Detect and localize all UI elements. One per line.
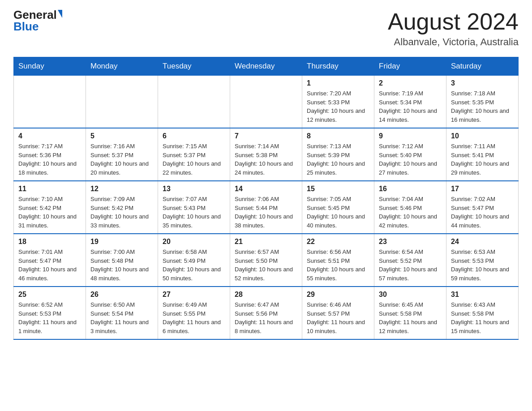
day-number: 3 [451,79,514,87]
calendar-cell: 3Sunrise: 7:18 AMSunset: 5:35 PMDaylight… [446,76,519,128]
calendar-cell: 30Sunrise: 6:45 AMSunset: 5:58 PMDayligh… [374,287,446,339]
day-info: Sunrise: 7:17 AMSunset: 5:36 PMDaylight:… [18,142,81,177]
calendar-cell: 8Sunrise: 7:13 AMSunset: 5:39 PMDaylight… [302,128,374,181]
day-info: Sunrise: 7:02 AMSunset: 5:47 PMDaylight:… [451,195,514,230]
weekday-header-tuesday: Tuesday [158,57,230,76]
calendar-cell: 18Sunrise: 7:01 AMSunset: 5:47 PMDayligh… [14,234,86,287]
calendar-cell: 12Sunrise: 7:09 AMSunset: 5:42 PMDayligh… [86,181,158,234]
page-title: August 2024 [388,9,519,34]
day-info: Sunrise: 6:54 AMSunset: 5:52 PMDaylight:… [379,248,442,283]
logo: General Blue [13,9,62,32]
calendar-cell [230,76,302,128]
day-number: 17 [451,185,514,193]
weekday-header-thursday: Thursday [302,57,374,76]
calendar-header: SundayMondayTuesdayWednesdayThursdayFrid… [14,57,519,76]
page-subtitle: Albanvale, Victoria, Australia [388,36,519,48]
day-info: Sunrise: 7:09 AMSunset: 5:42 PMDaylight:… [90,195,153,230]
day-number: 27 [163,291,225,299]
day-info: Sunrise: 7:12 AMSunset: 5:40 PMDaylight:… [379,142,442,177]
calendar-cell: 9Sunrise: 7:12 AMSunset: 5:40 PMDaylight… [374,128,446,181]
title-block: August 2024 Albanvale, Victoria, Austral… [388,9,519,48]
day-info: Sunrise: 6:57 AMSunset: 5:50 PMDaylight:… [235,248,297,283]
calendar-cell: 29Sunrise: 6:46 AMSunset: 5:57 PMDayligh… [302,287,374,339]
day-number: 9 [379,132,442,140]
calendar-cell: 22Sunrise: 6:56 AMSunset: 5:51 PMDayligh… [302,234,374,287]
day-number: 8 [307,132,369,140]
day-number: 10 [451,132,514,140]
calendar-cell: 26Sunrise: 6:50 AMSunset: 5:54 PMDayligh… [86,287,158,339]
day-number: 11 [18,185,81,193]
calendar-cell: 21Sunrise: 6:57 AMSunset: 5:50 PMDayligh… [230,234,302,287]
day-number: 19 [90,238,153,246]
day-number: 24 [451,238,514,246]
day-number: 1 [307,79,369,87]
day-number: 15 [307,185,369,193]
day-number: 18 [18,238,81,246]
day-info: Sunrise: 7:20 AMSunset: 5:33 PMDaylight:… [307,89,369,124]
calendar-cell: 31Sunrise: 6:43 AMSunset: 5:58 PMDayligh… [446,287,519,339]
day-info: Sunrise: 6:47 AMSunset: 5:56 PMDaylight:… [235,300,297,335]
weekday-header-friday: Friday [374,57,446,76]
day-info: Sunrise: 7:13 AMSunset: 5:39 PMDaylight:… [307,142,369,177]
calendar-cell: 5Sunrise: 7:16 AMSunset: 5:37 PMDaylight… [86,128,158,181]
day-info: Sunrise: 7:14 AMSunset: 5:38 PMDaylight:… [235,142,297,177]
day-info: Sunrise: 7:04 AMSunset: 5:46 PMDaylight:… [379,195,442,230]
day-info: Sunrise: 6:49 AMSunset: 5:55 PMDaylight:… [163,300,225,335]
calendar-cell: 16Sunrise: 7:04 AMSunset: 5:46 PMDayligh… [374,181,446,234]
day-number: 21 [235,238,297,246]
day-number: 4 [18,132,81,140]
calendar-cell: 11Sunrise: 7:10 AMSunset: 5:42 PMDayligh… [14,181,86,234]
day-info: Sunrise: 6:43 AMSunset: 5:58 PMDaylight:… [451,300,514,335]
day-info: Sunrise: 6:46 AMSunset: 5:57 PMDaylight:… [307,300,369,335]
calendar-cell: 17Sunrise: 7:02 AMSunset: 5:47 PMDayligh… [446,181,519,234]
day-info: Sunrise: 7:07 AMSunset: 5:43 PMDaylight:… [163,195,225,230]
day-number: 2 [379,79,442,87]
day-info: Sunrise: 7:05 AMSunset: 5:45 PMDaylight:… [307,195,369,230]
day-number: 29 [307,291,369,299]
calendar-week-row: 4Sunrise: 7:17 AMSunset: 5:36 PMDaylight… [14,128,519,181]
day-info: Sunrise: 7:10 AMSunset: 5:42 PMDaylight:… [18,195,81,230]
calendar-cell: 6Sunrise: 7:15 AMSunset: 5:37 PMDaylight… [158,128,230,181]
calendar-cell: 4Sunrise: 7:17 AMSunset: 5:36 PMDaylight… [14,128,86,181]
weekday-header-sunday: Sunday [14,57,86,76]
calendar-cell: 28Sunrise: 6:47 AMSunset: 5:56 PMDayligh… [230,287,302,339]
day-info: Sunrise: 6:53 AMSunset: 5:53 PMDaylight:… [451,248,514,283]
weekday-header-wednesday: Wednesday [230,57,302,76]
day-number: 25 [18,291,81,299]
calendar-cell: 24Sunrise: 6:53 AMSunset: 5:53 PMDayligh… [446,234,519,287]
calendar-table: SundayMondayTuesdayWednesdayThursdayFrid… [13,57,519,340]
calendar-cell: 13Sunrise: 7:07 AMSunset: 5:43 PMDayligh… [158,181,230,234]
day-info: Sunrise: 6:45 AMSunset: 5:58 PMDaylight:… [379,300,442,335]
day-number: 30 [379,291,442,299]
calendar-body: 1Sunrise: 7:20 AMSunset: 5:33 PMDaylight… [14,76,519,340]
day-number: 20 [163,238,225,246]
day-number: 16 [379,185,442,193]
calendar-cell [14,76,86,128]
day-info: Sunrise: 7:15 AMSunset: 5:37 PMDaylight:… [163,142,225,177]
day-info: Sunrise: 7:18 AMSunset: 5:35 PMDaylight:… [451,89,514,124]
weekday-header-monday: Monday [86,57,158,76]
day-number: 23 [379,238,442,246]
day-number: 12 [90,185,153,193]
calendar-cell: 19Sunrise: 7:00 AMSunset: 5:48 PMDayligh… [86,234,158,287]
calendar-cell: 14Sunrise: 7:06 AMSunset: 5:44 PMDayligh… [230,181,302,234]
day-number: 14 [235,185,297,193]
calendar-cell [86,76,158,128]
day-info: Sunrise: 7:19 AMSunset: 5:34 PMDaylight:… [379,89,442,124]
day-number: 7 [235,132,297,140]
day-number: 13 [163,185,225,193]
day-info: Sunrise: 6:52 AMSunset: 5:53 PMDaylight:… [18,300,81,335]
day-info: Sunrise: 7:01 AMSunset: 5:47 PMDaylight:… [18,248,81,283]
weekday-header-row: SundayMondayTuesdayWednesdayThursdayFrid… [14,57,519,76]
calendar-cell [158,76,230,128]
calendar-week-row: 11Sunrise: 7:10 AMSunset: 5:42 PMDayligh… [14,181,519,234]
day-info: Sunrise: 7:00 AMSunset: 5:48 PMDaylight:… [90,248,153,283]
calendar-cell: 7Sunrise: 7:14 AMSunset: 5:38 PMDaylight… [230,128,302,181]
day-info: Sunrise: 6:56 AMSunset: 5:51 PMDaylight:… [307,248,369,283]
calendar-week-row: 1Sunrise: 7:20 AMSunset: 5:33 PMDaylight… [14,76,519,128]
day-info: Sunrise: 6:58 AMSunset: 5:49 PMDaylight:… [163,248,225,283]
day-number: 6 [163,132,225,140]
calendar-cell: 20Sunrise: 6:58 AMSunset: 5:49 PMDayligh… [158,234,230,287]
calendar-week-row: 18Sunrise: 7:01 AMSunset: 5:47 PMDayligh… [14,234,519,287]
calendar-cell: 1Sunrise: 7:20 AMSunset: 5:33 PMDaylight… [302,76,374,128]
